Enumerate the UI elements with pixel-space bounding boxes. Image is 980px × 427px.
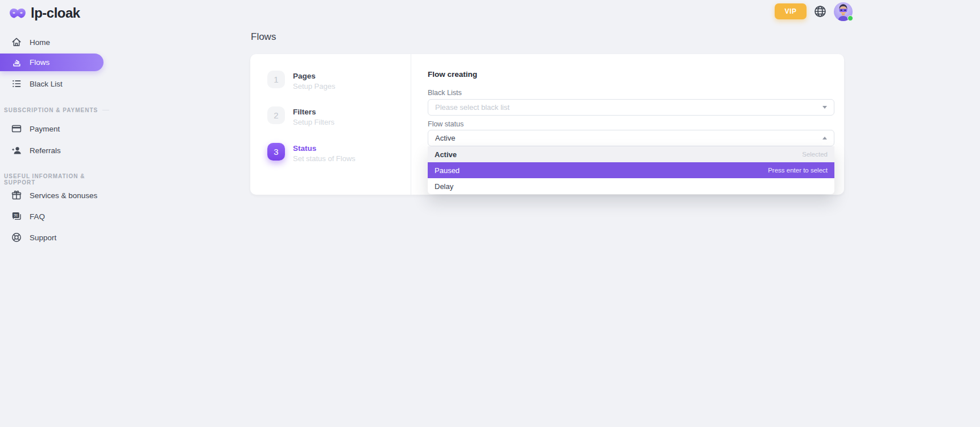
sidebar-item-support[interactable]: Support xyxy=(0,229,108,245)
credit-card-icon xyxy=(11,123,22,134)
list-icon xyxy=(11,78,22,89)
language-globe-icon[interactable] xyxy=(813,5,827,18)
sidebar-item-payment[interactable]: Payment xyxy=(0,121,108,137)
option-active[interactable]: Active Selected xyxy=(428,146,834,162)
referral-person-icon xyxy=(11,145,22,156)
app-logo[interactable]: lp-cloak xyxy=(9,5,80,21)
vip-button[interactable]: VIP xyxy=(775,3,807,19)
sidebar-section-useful: USEFUL INFORMATION & SUPPORT xyxy=(4,173,109,186)
flows-icon xyxy=(11,57,22,68)
sidebar-item-label: Support xyxy=(30,233,56,242)
flow-status-label: Flow status xyxy=(428,120,464,128)
lifebuoy-icon xyxy=(11,232,22,243)
option-paused[interactable]: Paused Press enter to select xyxy=(428,162,834,178)
step-subtitle: Set status of Flows xyxy=(293,154,355,163)
sidebar-item-faq[interactable]: ?! FAQ xyxy=(0,208,108,224)
sidebar-item-label: Flows xyxy=(30,58,49,67)
step-number-badge: 3 xyxy=(267,143,285,161)
user-avatar[interactable] xyxy=(834,2,853,21)
chevron-up-icon xyxy=(822,137,827,139)
card-divider xyxy=(411,54,411,195)
black-lists-placeholder: Please select black list xyxy=(435,103,510,112)
sidebar-item-referrals[interactable]: Referrals xyxy=(0,142,108,158)
step-subtitle: Setup Pages xyxy=(293,82,335,91)
sidebar-item-label: FAQ xyxy=(30,212,45,221)
sidebar-item-flows[interactable]: Flows xyxy=(0,54,104,71)
sidebar-item-label: Black List xyxy=(30,80,63,88)
step-number-badge: 2 xyxy=(267,106,285,124)
sidebar-item-black-list[interactable]: Black List xyxy=(0,76,108,92)
step-title: Pages xyxy=(293,71,335,80)
step-filters[interactable]: 2 Filters Setup Filters xyxy=(267,106,334,126)
step-subtitle: Setup Filters xyxy=(293,118,334,126)
sidebar-item-label: Home xyxy=(30,38,50,47)
section-rule xyxy=(102,110,109,110)
black-lists-label: Black Lists xyxy=(428,89,462,97)
faq-bubble-icon: ?! xyxy=(11,211,22,222)
home-icon xyxy=(11,36,22,48)
brand-name: lp-cloak xyxy=(31,5,80,21)
form-title: Flow creating xyxy=(428,70,477,79)
option-hint: Selected xyxy=(802,151,828,158)
sidebar-item-label: Services & bonuses xyxy=(30,191,97,200)
online-status-dot xyxy=(847,15,853,21)
sidebar-item-home[interactable]: Home xyxy=(0,34,108,50)
sidebar-item-label: Payment xyxy=(30,125,60,133)
black-lists-select[interactable]: Please select black list xyxy=(428,99,834,116)
page-title: Flows xyxy=(251,31,276,43)
mask-logo-icon xyxy=(9,7,26,19)
sidebar-item-services[interactable]: Services & bonuses xyxy=(0,187,108,203)
svg-text:?!: ?! xyxy=(14,213,18,218)
sidebar-item-label: Referrals xyxy=(30,146,61,155)
option-hint: Press enter to select xyxy=(768,167,828,174)
sidebar-section-subscription: SUBSCRIPTION & PAYMENTS xyxy=(4,107,109,113)
chevron-down-icon xyxy=(822,106,827,109)
step-number-badge: 1 xyxy=(267,71,285,88)
step-title: Filters xyxy=(293,106,334,116)
flow-status-dropdown: Active Selected Paused Press enter to se… xyxy=(428,146,834,194)
flow-creating-card: 1 Pages Setup Pages 2 Filters Setup Filt… xyxy=(250,54,844,195)
option-delay[interactable]: Delay xyxy=(428,178,834,194)
step-status[interactable]: 3 Status Set status of Flows xyxy=(267,143,355,163)
step-pages[interactable]: 1 Pages Setup Pages xyxy=(267,71,335,91)
flow-status-value: Active xyxy=(435,134,455,142)
gift-icon xyxy=(11,190,22,201)
flow-status-select[interactable]: Active xyxy=(428,130,834,146)
step-title: Status xyxy=(293,143,355,153)
